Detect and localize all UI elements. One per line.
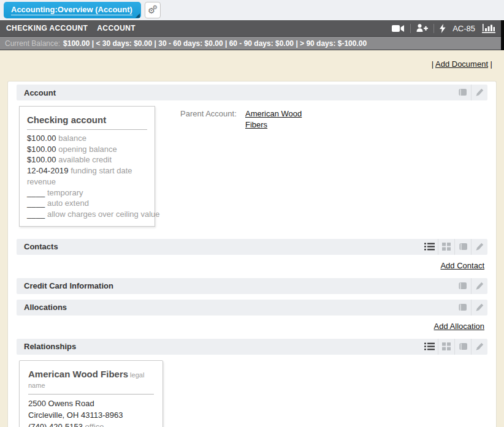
book-icon[interactable]	[454, 300, 471, 316]
tab-label: Accounting:Overview (Account)	[11, 5, 132, 15]
account-card: Checking account $100.00 balance $100.00…	[19, 106, 155, 227]
add-document-link[interactable]: Add Document	[435, 59, 488, 69]
section-header-account: Account	[17, 85, 487, 100]
account-field: ____ allow charges over ceiling value	[27, 209, 147, 220]
add-allocation-link[interactable]: Add Allocation	[434, 322, 484, 331]
balance-label: Current Balance:	[5, 39, 60, 48]
book-icon[interactable]	[454, 85, 471, 100]
account-field: $100.00 opening balance	[27, 144, 147, 155]
section-title: Credit Card Information	[24, 281, 113, 290]
menu-item-checking-account[interactable]: CHECKING ACCOUNT	[6, 24, 88, 32]
toolbar-group: CHECKING ACCOUNT ACCOUNT AC-85 Current B…	[0, 20, 504, 50]
add-contact-link[interactable]: Add Contact	[440, 261, 484, 270]
record-code: AC-85	[452, 24, 475, 33]
list-view-icon[interactable]	[421, 239, 438, 255]
parent-account-field: Parent Account: American Wood Fibers	[180, 106, 304, 130]
account-card-title: Checking account	[27, 111, 147, 125]
gears-icon: ⚙⚙	[148, 5, 158, 16]
account-field: 12-04-2019 funding start date	[27, 165, 147, 176]
grid-view-icon[interactable]	[438, 239, 454, 255]
menu-bar: CHECKING ACCOUNT ACCOUNT AC-85	[0, 20, 501, 36]
parent-account-link[interactable]: American Wood Fibers	[245, 108, 304, 130]
menu-item-account[interactable]: ACCOUNT	[97, 24, 136, 32]
section-header-contacts: Contacts	[17, 239, 487, 255]
toolbar-divider	[433, 24, 434, 33]
divider	[28, 394, 154, 395]
account-field: $100.00 available credit	[27, 154, 147, 165]
relationship-card[interactable]: American Wood Fiberslegal name 2500 Owen…	[19, 360, 163, 427]
pencil-icon[interactable]	[471, 278, 487, 294]
bar-chart-icon[interactable]	[482, 24, 495, 33]
settings-button[interactable]: ⚙⚙	[145, 2, 161, 18]
section-header-relationships: Relationships	[17, 339, 487, 355]
relationship-phone-row: (740) 420-5153 office	[28, 421, 154, 427]
allocations-action-row: Add Allocation	[17, 316, 487, 339]
account-field: revenue	[27, 176, 147, 187]
main-panel: Account Checking account $100.00 balance…	[7, 81, 497, 427]
book-icon[interactable]	[454, 278, 471, 294]
relationship-phone-label: office	[85, 422, 104, 427]
section-title: Contacts	[24, 242, 58, 251]
section-title: Account	[24, 88, 56, 97]
toolbar-divider	[410, 24, 411, 33]
person-add-icon[interactable]	[416, 24, 428, 32]
pencil-icon[interactable]	[471, 339, 487, 355]
relationship-address-line2: Circleville, OH 43113-8963	[28, 409, 154, 421]
tab-bar: Accounting:Overview (Account) ⚙⚙	[0, 0, 504, 20]
parent-account-label: Parent Account:	[180, 108, 245, 130]
section-title: Allocations	[24, 303, 67, 312]
list-view-icon[interactable]	[421, 339, 438, 355]
add-document-row: | Add Document |	[0, 50, 504, 69]
account-section-body: Checking account $100.00 balance $100.00…	[17, 100, 487, 239]
active-tab[interactable]: Accounting:Overview (Account)	[4, 2, 141, 18]
relationship-phone: (740) 420-5153	[28, 422, 83, 427]
account-field: $100.00 balance	[27, 133, 147, 144]
relationship-name: American Wood Fibers	[28, 369, 128, 379]
section-title: Relationships	[24, 342, 76, 351]
section-header-credit-card: Credit Card Information	[17, 278, 487, 294]
pipe: |	[488, 59, 492, 69]
section-header-allocations: Allocations	[17, 300, 487, 316]
divider	[27, 129, 147, 130]
lightning-icon[interactable]	[440, 24, 446, 33]
pencil-icon[interactable]	[471, 239, 487, 255]
account-field: ____ auto extend	[27, 198, 147, 209]
relationship-name-row: American Wood Fiberslegal name	[28, 366, 154, 390]
account-field: ____ temporary	[27, 187, 147, 198]
contacts-action-row: Add Contact	[17, 255, 487, 278]
grid-view-icon[interactable]	[438, 339, 454, 355]
relationship-address-line1: 2500 Owens Road	[28, 398, 154, 409]
book-icon[interactable]	[454, 339, 471, 355]
video-camera-icon[interactable]	[392, 25, 405, 32]
book-icon[interactable]	[454, 239, 471, 255]
pencil-icon[interactable]	[471, 85, 487, 100]
pencil-icon[interactable]	[471, 300, 487, 316]
tab-dropdown-corner-icon	[136, 13, 140, 18]
balance-summary-bar: Current Balance: $100.00 | < 30 days: $0…	[0, 36, 501, 50]
balance-values: $100.00 | < 30 days: $0.00 | 30 - 60 day…	[63, 39, 367, 48]
